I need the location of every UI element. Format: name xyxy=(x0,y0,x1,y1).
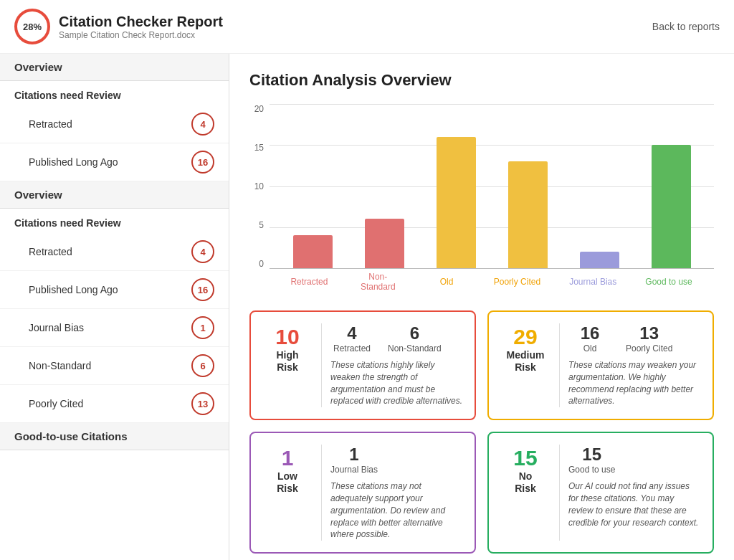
sidebar-item-journal-bias-badge: 1 xyxy=(191,316,214,339)
medium-risk-card: 29 MediumRisk 16 Old 13 Poorly Cited xyxy=(487,310,714,420)
no-risk-right: 15 Good to use Our AI could not find any… xyxy=(568,445,701,528)
sidebar-item-journal-bias-label: Journal Bias xyxy=(29,322,84,333)
sidebar-item-retracted-1[interactable]: Retracted 4 xyxy=(0,105,229,143)
header: 28% Citation Checker Report Sample Citat… xyxy=(0,0,734,54)
high-risk-card: 10 HighRisk 4 Retracted 6 Non-Standard xyxy=(249,310,476,420)
low-risk-right: 1 Journal Bias These citations may not a… xyxy=(330,445,463,541)
high-risk-description: These citations highly likely weaken the… xyxy=(330,359,463,407)
medium-risk-poorly-cited-label: Poorly Cited xyxy=(626,343,672,353)
low-risk-card-left: 1 LowRisk xyxy=(262,445,313,495)
medium-risk-stat-old: 16 Old xyxy=(568,323,611,353)
app-subtitle: Sample Citation Check Report.docx xyxy=(59,30,223,40)
medium-risk-stat-poorly-cited: 13 Poorly Cited xyxy=(626,323,672,353)
bar-retracted xyxy=(293,104,333,268)
sidebar-item-published-long-ago-2[interactable]: Published Long Ago 16 xyxy=(0,271,229,309)
medium-risk-description: These citations may weaken your argument… xyxy=(568,359,701,407)
bar-nonstandard xyxy=(365,104,404,268)
sidebar-item-published-long-ago-1[interactable]: Published Long Ago 16 xyxy=(0,143,229,181)
high-risk-label: HighRisk xyxy=(276,349,298,374)
y-label-20: 20 xyxy=(254,104,264,114)
y-label-0: 0 xyxy=(259,259,264,269)
high-risk-number: 10 xyxy=(275,326,299,348)
high-risk-divider xyxy=(321,323,322,407)
sidebar-citations-review-2-header: Citations need Review xyxy=(0,209,229,233)
high-risk-retracted-label: Retracted xyxy=(333,343,371,353)
sidebar: Overview Citations need Review Retracted… xyxy=(0,54,229,560)
y-label-10: 10 xyxy=(254,181,264,191)
sidebar-item-published-long-ago-1-badge: 16 xyxy=(191,151,214,174)
bar-poorly-cited xyxy=(508,104,548,268)
main-title: Citation Analysis Overview xyxy=(249,71,714,90)
sidebar-item-published-long-ago-1-label: Published Long Ago xyxy=(29,156,118,168)
sidebar-good-citations-header: Good-to-use Citations xyxy=(0,423,229,450)
high-risk-stat-retracted: 4 Retracted xyxy=(330,323,373,353)
sidebar-item-non-standard[interactable]: Non-Standard 6 xyxy=(0,347,229,385)
sidebar-item-journal-bias[interactable]: Journal Bias 1 xyxy=(0,309,229,347)
sidebar-item-retracted-2-badge: 4 xyxy=(191,240,214,263)
low-risk-card: 1 LowRisk 1 Journal Bias These citations… xyxy=(249,432,476,554)
no-risk-stats: 15 Good to use xyxy=(568,445,701,475)
no-risk-good-to-use-label: Good to use xyxy=(568,465,615,475)
percentage-badge: 28% xyxy=(14,9,50,44)
high-risk-stat-nonstandard: 6 Non-Standard xyxy=(388,323,442,353)
no-risk-stat-good-to-use: 15 Good to use xyxy=(568,445,615,475)
bar-good-to-use xyxy=(652,104,691,268)
sidebar-item-retracted-2[interactable]: Retracted 4 xyxy=(0,233,229,271)
y-label-15: 15 xyxy=(254,143,264,153)
bar-label-journal-bias: Journal Bias xyxy=(568,277,618,287)
sidebar-item-retracted-1-label: Retracted xyxy=(29,118,72,130)
sidebar-item-non-standard-badge: 6 xyxy=(191,354,214,377)
medium-risk-number: 29 xyxy=(513,326,537,348)
risk-cards-grid: 10 HighRisk 4 Retracted 6 Non-Standard xyxy=(249,310,714,554)
sidebar-item-poorly-cited-badge: 13 xyxy=(191,392,214,415)
high-risk-right: 4 Retracted 6 Non-Standard These citatio… xyxy=(330,323,463,407)
no-risk-card-left: 15 NoRisk xyxy=(500,445,550,495)
high-risk-nonstandard-label: Non-Standard xyxy=(388,343,442,353)
sidebar-item-poorly-cited[interactable]: Poorly Cited 13 xyxy=(0,385,229,423)
high-risk-nonstandard-number: 6 xyxy=(410,323,419,343)
high-risk-stats: 4 Retracted 6 Non-Standard xyxy=(330,323,463,353)
bar-old xyxy=(437,104,476,268)
no-risk-divider xyxy=(559,445,560,541)
medium-risk-old-number: 16 xyxy=(581,323,600,343)
sidebar-item-poorly-cited-label: Poorly Cited xyxy=(29,398,83,409)
header-title: Citation Checker Report Sample Citation … xyxy=(59,14,223,40)
high-risk-retracted-number: 4 xyxy=(347,323,356,343)
sidebar-citations-review-1-header: Citations need Review xyxy=(0,81,229,105)
low-risk-stats: 1 Journal Bias xyxy=(330,445,463,475)
main-layout: Overview Citations need Review Retracted… xyxy=(0,54,734,560)
medium-risk-label: MediumRisk xyxy=(507,349,545,374)
sidebar-overview-1-header: Overview xyxy=(0,54,229,81)
low-risk-description: These citations may not adequately suppo… xyxy=(330,480,463,541)
back-to-reports-link[interactable]: Back to reports xyxy=(652,21,720,32)
sidebar-item-non-standard-label: Non-Standard xyxy=(29,360,91,371)
no-risk-good-to-use-number: 15 xyxy=(582,445,601,465)
low-risk-divider xyxy=(321,445,322,541)
medium-risk-old-label: Old xyxy=(583,343,597,353)
low-risk-number: 1 xyxy=(282,447,294,469)
sidebar-overview-2-header: Overview xyxy=(0,181,229,209)
app-title: Citation Checker Report xyxy=(59,14,223,30)
chart-container: 20 15 10 5 0 xyxy=(249,104,714,290)
low-risk-journal-bias-label: Journal Bias xyxy=(330,465,378,475)
medium-risk-card-left: 29 MediumRisk xyxy=(500,323,550,374)
high-risk-card-left: 10 HighRisk xyxy=(262,323,313,374)
medium-risk-poorly-cited-number: 13 xyxy=(639,323,659,343)
sidebar-item-published-long-ago-2-label: Published Long Ago xyxy=(29,284,118,295)
medium-risk-stats: 16 Old 13 Poorly Cited xyxy=(568,323,701,353)
no-risk-number: 15 xyxy=(513,447,537,469)
y-label-5: 5 xyxy=(259,220,264,230)
sidebar-item-retracted-1-badge: 4 xyxy=(191,113,214,136)
bar-label-poorly-cited: Poorly Cited xyxy=(492,277,542,287)
low-risk-label: LowRisk xyxy=(277,470,298,495)
low-risk-journal-bias-number: 1 xyxy=(349,445,358,465)
bar-label-old: Old xyxy=(427,277,467,287)
header-left: 28% Citation Checker Report Sample Citat… xyxy=(14,9,223,44)
bar-label-retracted: Retracted xyxy=(290,277,329,287)
main-content: Citation Analysis Overview 20 15 10 5 0 xyxy=(229,54,734,560)
no-risk-label: NoRisk xyxy=(515,470,536,495)
bar-label-nonstandard: Non-Standard xyxy=(355,272,401,292)
medium-risk-divider xyxy=(559,323,560,407)
bar-label-good-to-use: Good to use xyxy=(644,277,694,287)
bar-journal-bias xyxy=(580,104,619,268)
